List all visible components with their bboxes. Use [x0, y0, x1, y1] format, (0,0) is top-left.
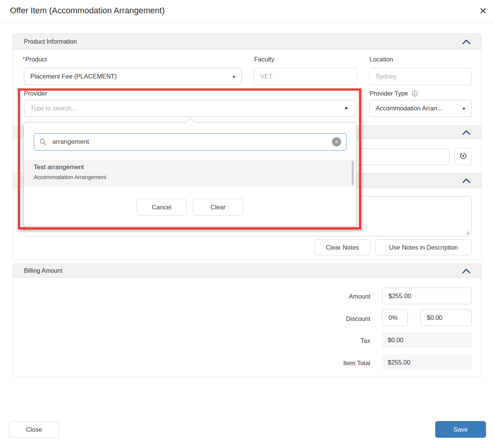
amount-input[interactable] [382, 288, 472, 304]
item-total-label: Item Total [13, 360, 370, 367]
info-icon[interactable]: ⓘ [412, 90, 418, 97]
product-value: Placement Fee (PLACEMENT) [30, 73, 230, 80]
required-asterisk: * [22, 56, 25, 63]
product-label: *Product [22, 56, 47, 63]
location-input [369, 68, 472, 85]
chevron-up-icon[interactable] [462, 268, 470, 274]
history-reset-button[interactable] [455, 148, 472, 165]
item-total-value: $255.00 [382, 354, 472, 370]
section-header-product-information[interactable]: Product Information [13, 34, 481, 50]
tax-label: Tax [13, 337, 370, 344]
billing-amount-card: Billing Amount Amount Discount Tax $0.00… [13, 264, 481, 377]
use-notes-in-description-button[interactable]: Use Notes in Description [375, 239, 472, 255]
amount-label: Amount [13, 293, 370, 300]
chevron-up-icon[interactable] [462, 178, 470, 183]
tax-value: $0.00 [382, 332, 472, 348]
faculty-input [254, 68, 357, 85]
page-title: Offer Item (Accommodation Arrangement) [10, 6, 165, 16]
section-title: Billing Amount [24, 267, 62, 274]
faculty-label: Faculty [254, 56, 274, 63]
history-icon [459, 152, 467, 162]
clear-notes-button[interactable]: Clear Notes [315, 239, 370, 255]
discount-percent-input[interactable] [382, 310, 408, 326]
caret-down-icon: ▾ [233, 74, 235, 80]
close-button[interactable]: Close [9, 421, 59, 438]
close-icon[interactable]: ✕ [477, 5, 489, 17]
header-divider [0, 23, 494, 23]
location-label: Location [370, 56, 393, 63]
discount-label: Discount [13, 315, 370, 322]
highlight-rectangle [18, 88, 361, 230]
chevron-up-icon[interactable] [462, 39, 470, 44]
provider-type-label: Provider Typeⓘ [370, 90, 418, 98]
provider-type-value: Accommodation Arran... [376, 105, 459, 112]
offer-item-modal: Offer Item (Accommodation Arrangement) ✕… [0, 0, 494, 448]
product-select[interactable]: Placement Fee (PLACEMENT) ▾ [24, 68, 242, 85]
discount-amount-input[interactable] [420, 310, 472, 326]
caret-down-icon: ▾ [463, 105, 465, 112]
provider-type-select[interactable]: Accommodation Arran... ▾ [369, 100, 472, 117]
section-title: Product Information [24, 38, 77, 45]
chevron-up-icon[interactable] [462, 130, 470, 135]
save-button[interactable]: Save [435, 421, 486, 438]
section-header-billing-amount[interactable]: Billing Amount [13, 264, 481, 278]
